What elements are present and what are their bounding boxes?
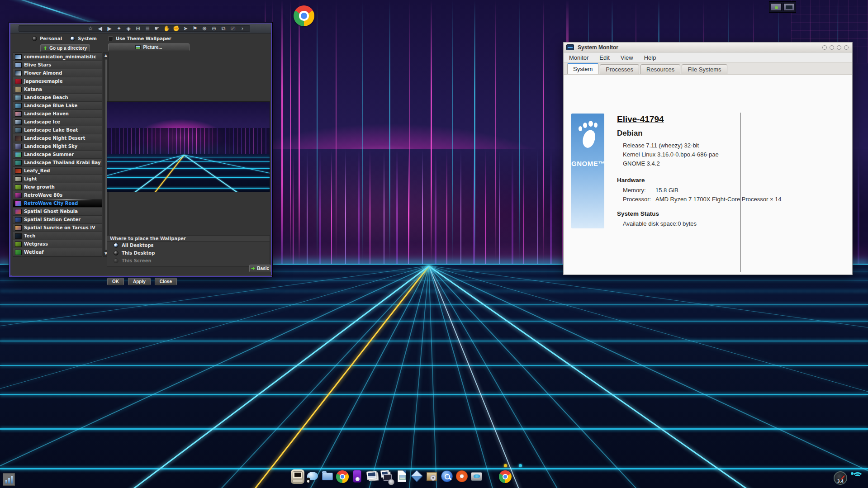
grab-icon[interactable]: ✊ [173,25,179,32]
disk-utility-icon[interactable] [469,469,484,485]
window-control-button[interactable] [822,45,827,50]
wallpaper-list-item[interactable]: Light [13,175,102,183]
wallpaper-list-item[interactable]: Landscape Blue Lake [13,102,102,110]
zoom-in-icon[interactable]: ⊕ [201,25,208,32]
placement-option-this-screen[interactable]: This Screen [107,257,270,265]
menu-view[interactable]: View [621,54,633,61]
wallpaper-list-item[interactable]: Flower Almond [13,69,102,77]
help-icon[interactable] [454,469,470,485]
checkbox-icon[interactable] [108,36,113,41]
window-titlebar[interactable]: System Monitor [564,43,852,52]
wallpaper-list-item[interactable]: New growth [13,183,102,191]
wallpaper-list-item[interactable]: Landscape Lake Boat [13,126,102,134]
next-icon[interactable]: ▶ [106,25,113,32]
virtualbox-icon[interactable] [409,469,425,485]
document-viewer-icon[interactable] [394,469,410,485]
web-search-icon[interactable] [439,469,455,485]
menu-help[interactable]: Help [644,54,656,61]
wallpaper-list-item[interactable]: Spatial Station Center [13,216,102,224]
wallpaper-list-item[interactable]: Landscape Beach [13,94,102,102]
ok-button[interactable]: OK [107,278,124,285]
wallpaper-list-item[interactable]: Wetleaf [13,248,102,256]
prev-icon[interactable]: ◀ [97,25,103,32]
media-player-icon[interactable] [350,469,365,485]
radio-icon[interactable] [114,243,119,248]
picture-button[interactable]: Picture... [108,43,190,51]
wallpaper-list-item[interactable]: communication_minimalistic [13,53,102,61]
menu-monitor[interactable]: Monitor [569,54,588,61]
window-control-button[interactable] [837,45,841,50]
cpu-gauge-icon[interactable]: 3.4 [834,471,847,485]
screen-icon[interactable]: ⎚ [230,25,236,32]
radio-icon[interactable] [114,251,119,256]
placement-option-this-desktop[interactable]: This Desktop [107,249,270,257]
scroll-up-icon[interactable]: ▲ [103,53,109,58]
chat-icon[interactable] [305,469,320,485]
use-theme-wallpaper-checkbox[interactable]: Use Theme Wallpaper [108,36,171,41]
radio-icon[interactable] [32,36,37,41]
tab-file-systems[interactable]: File Systems [682,64,727,74]
file-manager-icon[interactable] [320,469,335,485]
chrome-running-icon[interactable] [498,469,513,485]
spark-icon[interactable]: ✦ [116,25,122,32]
zoom-out-icon[interactable]: ⊖ [211,25,217,32]
send-icon[interactable]: ➤ [182,25,189,32]
radio-icon[interactable] [70,36,75,41]
tab-resources[interactable]: Resources [640,64,680,74]
pager-desktop-1[interactable] [771,3,782,11]
radio-icon[interactable] [114,258,119,263]
wallpaper-list-item[interactable]: Tech [13,232,102,240]
system-monitor-running-icon[interactable] [512,469,528,485]
window-control-button[interactable] [830,45,834,50]
wallpaper-list-item[interactable]: Spatial Ghost Nebula [13,208,102,216]
wallpaper-list-item[interactable]: Landscape Night Desert [13,134,102,142]
add-window-icon[interactable]: ⊞ [135,25,141,32]
stats-gadget-button[interactable] [3,473,15,486]
basic-mode-button[interactable]: ➜ Basic [249,265,271,272]
list-icon[interactable]: ≣ [144,25,151,32]
tab-system[interactable]: System [567,63,598,74]
shield-icon[interactable]: ◈ [125,25,132,32]
chrome-icon[interactable] [335,469,350,485]
wallpaper-list-item[interactable]: RetroWave 80s [13,191,102,199]
windows-icon[interactable]: ⧉ [220,25,227,32]
star-icon[interactable]: ☆ [87,25,94,32]
wifi-icon[interactable] [851,472,864,484]
wallpaper-list-item[interactable]: Landscape Night Sky [13,142,102,151]
desktop-pager[interactable] [769,1,796,13]
images-icon[interactable] [365,469,380,485]
window-controls [822,45,852,50]
package-installer-icon[interactable] [424,469,440,485]
wallpaper-list-item[interactable]: Landscape Summer [13,151,102,159]
photo-manager-icon[interactable] [379,469,395,485]
chevron-icon[interactable]: › [239,25,246,32]
wallpaper-list-item[interactable]: Landscape Thailand Krabi Bay [13,159,102,167]
wallpaper-list-item[interactable]: Katana [13,85,102,94]
dialog-titlebar[interactable]: ☆◀▶✦◈⊞≣☛✋✊➤⚑⊕⊖⧉⎚› [10,24,271,33]
source-radio-personal[interactable]: Personal [32,36,62,41]
window-control-button[interactable] [844,45,849,50]
wallpaper-list-item[interactable]: Elive Stars [13,61,102,69]
tab-processes[interactable]: Processes [600,64,639,74]
wallpaper-list-item[interactable]: RetroWave City Road [13,199,102,208]
wallpaper-list-item[interactable]: Leafy_Red [13,167,102,175]
terminal-icon[interactable] [290,469,305,485]
point-icon[interactable]: ☛ [154,25,160,32]
wallpaper-list-item[interactable]: Landscape Haven [13,110,102,118]
wallpaper-list-item[interactable]: Japanesemaple [13,77,102,85]
menu-edit[interactable]: Edit [599,54,609,61]
close-button[interactable]: Close [155,278,177,285]
wallpaper-list[interactable]: communication_minimalisticElive StarsFlo… [13,52,102,257]
go-up-directory-button[interactable]: ⬆ Go up a directory [40,44,90,52]
chrome-desktop-icon[interactable] [294,5,314,26]
source-radio-system[interactable]: System [70,36,97,41]
wallpaper-list-item[interactable]: Landscape Ice [13,118,102,126]
placement-option-all-desktops[interactable]: All Desktops [107,242,270,249]
pin-icon[interactable]: ⚑ [192,25,198,32]
apply-button[interactable]: Apply [128,278,151,285]
hand-icon[interactable]: ✋ [163,25,170,32]
wallpaper-list-item[interactable]: Spatial Sunrise on Tarsus IV [13,224,102,232]
running-indicator [519,464,522,467]
wallpaper-list-item[interactable]: Wetgrass [13,240,102,248]
pager-desktop-2[interactable] [783,3,794,11]
